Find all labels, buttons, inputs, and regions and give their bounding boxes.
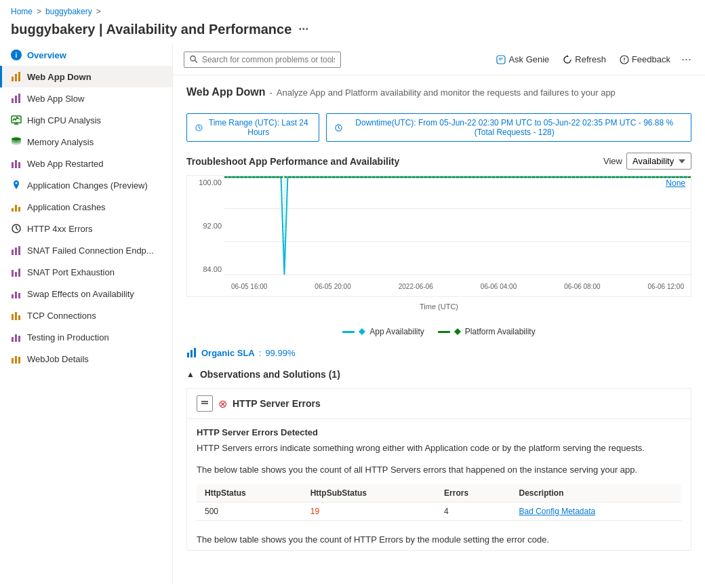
svg-rect-5 xyxy=(18,94,20,103)
search-icon xyxy=(190,55,198,64)
svg-rect-12 xyxy=(18,162,20,168)
monitor-icon xyxy=(11,115,22,125)
svg-rect-24 xyxy=(15,272,17,277)
description-cell[interactable]: Bad Config Metadata xyxy=(510,503,681,521)
chart-y-axis: 100.00 92.00 84.00 xyxy=(187,176,224,276)
sidebar-snat-failed-label: SNAT Failed Connection Endp... xyxy=(27,246,154,256)
x-label-1: 06-05 16:00 xyxy=(231,283,267,290)
obs-footer-text: The below table shows you the count of H… xyxy=(197,534,549,545)
svg-rect-20 xyxy=(12,250,14,255)
col-errors: Errors xyxy=(436,484,510,503)
time-range-button[interactable]: Time Range (UTC): Last 24 Hours xyxy=(186,113,319,142)
sidebar-item-app-crashes[interactable]: Application Crashes xyxy=(0,196,172,218)
sidebar-item-web-app-down[interactable]: Web App Down xyxy=(0,66,172,87)
breadcrumb-home[interactable]: Home xyxy=(11,7,33,16)
svg-line-19 xyxy=(16,229,18,230)
sidebar-item-webjob[interactable]: WebJob Details xyxy=(0,348,172,370)
obs-footer: The below table shows you the count of H… xyxy=(187,529,691,550)
sidebar-item-snat-failed[interactable]: SNAT Failed Connection Endp... xyxy=(0,239,172,261)
svg-rect-4 xyxy=(15,96,17,103)
downtime-button[interactable]: Downtime(UTC): From 05-Jun-22 02:30 PM U… xyxy=(326,113,691,142)
svg-rect-0 xyxy=(12,77,14,81)
sidebar-web-app-down-label: Web App Down xyxy=(27,72,92,82)
sidebar-item-overview[interactable]: i Overview xyxy=(0,44,172,66)
svg-rect-27 xyxy=(15,292,17,298)
svg-rect-1 xyxy=(15,74,17,81)
sidebar-item-http-errors[interactable]: HTTP 4xx Errors xyxy=(0,218,172,239)
observations-title: Observations and Solutions (1) xyxy=(200,369,340,380)
svg-rect-30 xyxy=(15,312,17,320)
chart-container: None 100.00 92.00 84.00 xyxy=(186,175,691,297)
ask-genie-button[interactable]: Ask Genie xyxy=(491,52,555,67)
collapse-button[interactable] xyxy=(197,395,213,412)
svg-rect-56 xyxy=(190,350,193,357)
error-icon: ⊗ xyxy=(218,397,227,410)
sidebar-item-memory[interactable]: Memory Analysis xyxy=(0,131,172,153)
col-description: Description xyxy=(510,484,681,503)
svg-rect-23 xyxy=(12,270,14,277)
x-title-text: Time (UTC) xyxy=(420,302,458,311)
swap-effects-icon xyxy=(11,288,22,299)
svg-point-38 xyxy=(190,56,195,60)
refresh-button[interactable]: Refresh xyxy=(557,52,611,67)
sidebar-overview-label: Overview xyxy=(27,50,66,60)
chart-svg xyxy=(224,176,691,276)
feedback-button[interactable]: Feedback xyxy=(614,52,676,67)
obs-card-body: HTTP Server Errors Detected HTTP Servers… xyxy=(187,419,691,529)
svg-rect-15 xyxy=(15,205,17,212)
svg-marker-54 xyxy=(454,328,461,335)
view-label: View xyxy=(603,156,622,166)
observations-header[interactable]: ▲ Observations and Solutions (1) xyxy=(186,369,691,380)
sidebar-item-high-cpu[interactable]: High CPU Analysis xyxy=(0,109,172,131)
svg-rect-31 xyxy=(18,315,20,320)
sidebar-item-web-app-slow[interactable]: Web App Slow xyxy=(0,87,172,109)
sla-label: Organic SLA xyxy=(201,348,255,358)
chart-x-axis: 06-05 16:00 06-05 20:00 2022-06-06 06-06… xyxy=(224,276,691,296)
sidebar-item-tcp[interactable]: TCP Connections xyxy=(0,305,172,326)
y-val-1: 100.00 xyxy=(187,178,222,187)
sla-separator: : xyxy=(259,348,262,358)
search-box[interactable] xyxy=(184,52,341,68)
bar-chart-icon xyxy=(11,71,22,82)
sidebar-high-cpu-label: High CPU Analysis xyxy=(27,115,101,125)
sidebar-item-app-changes[interactable]: Application Changes (Preview) xyxy=(0,174,172,196)
errors-cell: 4 xyxy=(436,503,510,521)
svg-rect-57 xyxy=(194,348,196,357)
obs-detected-title: HTTP Server Errors Detected xyxy=(197,427,681,437)
legend-platform: Platform Availability xyxy=(438,327,536,336)
sidebar-web-app-slow-label: Web App Slow xyxy=(27,94,84,104)
svg-point-13 xyxy=(16,182,18,184)
page-title: buggybakery | Availability and Performan… xyxy=(11,22,291,37)
svg-rect-32 xyxy=(12,337,14,342)
refresh-label: Refresh xyxy=(575,54,606,64)
tcp-icon xyxy=(11,310,22,321)
svg-marker-53 xyxy=(359,328,365,335)
observation-card: ⊗ HTTP Server Errors HTTP Server Errors … xyxy=(186,388,691,551)
main-content: Web App Down - Analyze App and Platform … xyxy=(173,75,705,585)
status-cell: 500 xyxy=(197,503,302,521)
view-dropdown[interactable]: Availability xyxy=(626,153,691,170)
sidebar-item-snat-port[interactable]: SNAT Port Exhaustion xyxy=(0,261,172,283)
section-heading: Web App Down - Analyze App and Platform … xyxy=(186,86,691,106)
svg-rect-11 xyxy=(15,160,17,168)
obs-desc2: The below table shows you the count of a… xyxy=(197,463,681,477)
breadcrumb-bakery[interactable]: buggybakery xyxy=(45,7,92,16)
x-label-5: 06-06 08:00 xyxy=(564,283,600,290)
section-dash: - xyxy=(269,87,272,98)
sidebar-http-errors-label: HTTP 4xx Errors xyxy=(27,224,93,234)
chart-title: Troubleshoot App Performance and Availab… xyxy=(186,156,399,167)
obs-table: HttpStatus HttpSubStatus Errors Descript… xyxy=(197,484,681,521)
sidebar-item-testing[interactable]: Testing in Production xyxy=(0,326,172,348)
snat-failed-icon xyxy=(11,245,22,256)
search-input[interactable] xyxy=(202,55,335,64)
svg-rect-25 xyxy=(18,269,20,277)
page-title-more[interactable]: ··· xyxy=(298,22,308,37)
more-options-button[interactable]: ··· xyxy=(679,50,694,69)
sidebar-item-web-app-restarted[interactable]: Web App Restarted xyxy=(0,153,172,174)
restart-icon xyxy=(11,158,22,169)
x-label-6: 06-06 12:00 xyxy=(648,283,684,290)
col-http-status: HttpStatus xyxy=(197,484,302,503)
page-header: buggybakery | Availability and Performan… xyxy=(0,19,705,44)
sidebar-item-swap-effects[interactable]: Swap Effects on Availability xyxy=(0,283,172,305)
legend-app: App Availability xyxy=(342,327,424,336)
